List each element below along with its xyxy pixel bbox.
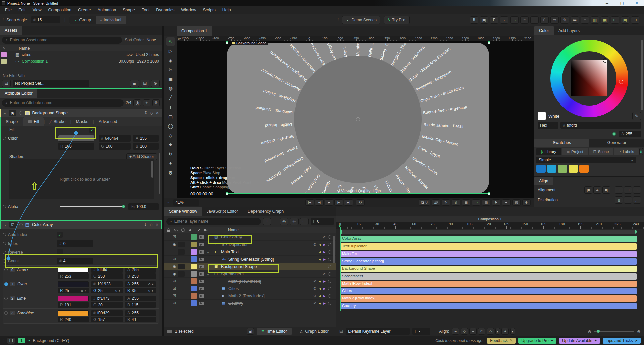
menu-item-file[interactable]: File	[2, 8, 15, 12]
color-r-field[interactable]: R191	[58, 302, 89, 308]
tab-attribute-editor[interactable]: Attribute Editor	[0, 89, 37, 98]
index-field[interactable]: #0	[57, 240, 93, 247]
alignment-button-4[interactable]: ⊣	[624, 186, 632, 194]
message-count-badge[interactable]: 1	[18, 338, 25, 343]
toolbar-icon-16[interactable]: ⊟	[631, 16, 639, 24]
viewport-option-9[interactable]: ⚙	[522, 199, 531, 206]
tool-5[interactable]: ◍	[166, 84, 175, 92]
auto-index-connector[interactable]	[3, 233, 6, 236]
next-keyframe-icon[interactable]: ▶	[323, 258, 326, 261]
color-a-field[interactable]: A255	[125, 310, 156, 316]
keyframe-toggle[interactable]	[328, 265, 331, 268]
step-forward-button[interactable]: ▶	[334, 199, 343, 206]
toolbar-icon-1[interactable]: ▣	[480, 16, 488, 24]
camera-toggle[interactable]	[199, 302, 204, 305]
alignment-button-1[interactable]: ≑	[593, 186, 601, 194]
color-connector[interactable]	[4, 311, 8, 315]
alpha-value-field[interactable]: %100.0	[128, 203, 159, 210]
selection-handle[interactable]	[226, 192, 228, 195]
keyframe-toggle[interactable]	[328, 250, 331, 254]
sv-cursor[interactable]	[603, 58, 607, 63]
fill-a-field[interactable]: A255	[133, 135, 159, 142]
keyframe-icon[interactable]: ◇	[148, 282, 151, 286]
toolbar-icon-11[interactable]: ≡	[581, 16, 589, 24]
hue-cursor[interactable]	[619, 80, 623, 84]
selection-handle[interactable]	[488, 192, 490, 195]
solo-toggle[interactable]	[19, 223, 23, 226]
render-toggle[interactable]	[178, 279, 185, 284]
keyframe-toggle[interactable]	[328, 287, 331, 290]
render-toggle[interactable]	[178, 301, 185, 306]
color-b-field[interactable]: B115	[125, 302, 156, 308]
solo-toggle[interactable]	[19, 111, 22, 115]
status-chip-feedback[interactable]: Feedback✎	[487, 338, 516, 344]
layer-row[interactable]: ☑abcString Generator [String]◀▶	[164, 256, 336, 263]
playhead-line[interactable]	[340, 227, 341, 310]
color-swatch[interactable]	[58, 296, 89, 301]
viewport-option-0[interactable]: 🔊	[432, 199, 440, 206]
timeline-align-4[interactable]: ◠	[487, 328, 494, 335]
next-keyframe-icon[interactable]: ▶	[323, 294, 326, 298]
project-set-icon[interactable]: ▤	[2, 80, 11, 87]
next-key-icon[interactable]: ▸	[119, 289, 121, 292]
expand-icon[interactable]: ◇	[150, 222, 153, 227]
next-keyframe-icon[interactable]: ▶	[323, 280, 326, 283]
hex-mode-select[interactable]: Hex⌄	[538, 122, 558, 129]
keyframe-toggle[interactable]	[328, 235, 331, 239]
panel-alpha-slider[interactable]	[538, 134, 616, 134]
distribution-button-2[interactable]: ⋰	[633, 196, 641, 204]
asset-row[interactable]: ▦cities.csvUsed 2 times	[0, 51, 162, 58]
layer-color-chip[interactable]	[191, 286, 197, 291]
toolbar-icon-5[interactable]: ≡	[520, 16, 529, 24]
distribution-button-0[interactable]: ▯	[615, 196, 623, 204]
keyframe-toggle[interactable]	[328, 280, 331, 283]
viewport-option-5[interactable]: ▤	[482, 199, 490, 206]
camera-toggle[interactable]	[199, 287, 204, 290]
visibility-check-toggle[interactable]: ☑	[171, 235, 178, 239]
tool-3[interactable]: ✄	[166, 65, 175, 74]
tool-7[interactable]: T	[166, 103, 175, 111]
color-hex-field[interactable]: #191923	[91, 281, 123, 287]
attribute-search-input[interactable]: ⌕ Enter an Attribute name	[2, 99, 124, 107]
work-area-bar[interactable]	[340, 230, 637, 234]
keyframe-toggle[interactable]	[328, 258, 331, 261]
dock-icon[interactable]: ▣	[247, 328, 254, 335]
shader-scrollbar[interactable]	[151, 161, 153, 178]
library-tab-library[interactable]: |\Library	[536, 148, 561, 155]
keyframe-icon[interactable]: ◇	[115, 289, 118, 292]
color-hex-field[interactable]: #bf1473	[91, 296, 123, 301]
collapse-chevron-icon[interactable]: ⌄	[4, 111, 6, 115]
color-array-row[interactable]: 1Cyan#191923A255◇▸R25◇▸G25◇▸B35◇▸	[3, 280, 159, 294]
hex-input[interactable]: #fdfdfd	[560, 122, 641, 129]
menu-item-dynamics[interactable]: Dynamics	[153, 8, 177, 12]
menu-item-tool[interactable]: Tool	[139, 8, 152, 12]
tool-13[interactable]: ✦	[166, 159, 175, 167]
go-start-button[interactable]: |◀	[305, 199, 314, 206]
toolbar-icon-4[interactable]: →	[510, 16, 519, 24]
viewport-option-8[interactable]: ▨	[512, 199, 521, 206]
timeline-track[interactable]: Math 2 [Row Index]	[340, 295, 637, 302]
toolbar-icon-3[interactable]: ⁘	[500, 16, 508, 24]
tab-add-layers[interactable]: Add Layers	[554, 26, 584, 35]
disabled-icon[interactable]: ⊘	[313, 286, 316, 291]
palette-swatch[interactable]	[579, 165, 589, 173]
camera-toggle[interactable]	[199, 280, 204, 283]
pin-icon[interactable]: ↧	[144, 222, 147, 227]
stage[interactable]: Mumbai - IndiaDelhi - IndiaBeijing - Chi…	[177, 41, 534, 198]
demo-scenes-button[interactable]: ⁘ Demo Scenes	[342, 16, 380, 24]
toolbar-icon-12[interactable]: ▥	[591, 16, 599, 24]
palette-swatch[interactable]	[547, 165, 556, 173]
menu-item-view[interactable]: View	[30, 8, 45, 12]
camera-toggle[interactable]	[199, 250, 204, 254]
palette-swatch[interactable]	[558, 165, 567, 173]
alpha-slider[interactable]	[60, 206, 124, 207]
toolbar-icon-10[interactable]: ≔	[571, 16, 579, 24]
tab-dependency-graph[interactable]: Dependency Graph	[243, 207, 288, 216]
visibility-check-toggle[interactable]: ☑	[171, 257, 178, 261]
layer-row[interactable]: ☑▦Country⊘◀▶	[164, 300, 336, 307]
camera-toggle[interactable]	[199, 272, 204, 276]
menu-item-create[interactable]: Create	[75, 8, 94, 12]
color-r-field[interactable]: R25◇▸	[58, 288, 89, 293]
layer-row[interactable]: ◉▣Background Shape	[164, 263, 336, 270]
menu-item-composition[interactable]: Composition	[45, 8, 74, 12]
